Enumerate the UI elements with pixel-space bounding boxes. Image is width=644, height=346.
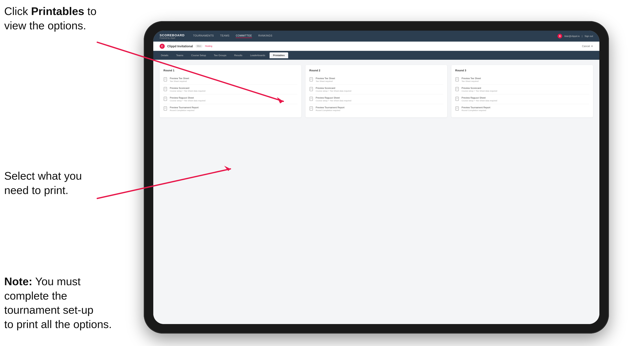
svg-rect-16 (164, 107, 167, 110)
round-2-report-text: Preview Tournament Report Round Completi… (316, 106, 344, 111)
svg-rect-48 (456, 107, 458, 110)
annotation-middle: Select what youneed to print. (4, 169, 82, 197)
scorecard-icon-r2 (309, 87, 314, 92)
round-2-scorecard-text: Preview Scorecard Course setup + Tee She… (316, 87, 352, 92)
scorecard-icon (164, 87, 168, 92)
svg-rect-20 (310, 77, 313, 81)
nav-committee[interactable]: COMMITTEE (236, 34, 252, 38)
tab-bar: Details Teams Course Setup Tee Groups Re… (153, 51, 600, 60)
nav-links: TOURNAMENTS TEAMS COMMITTEE RANKINGS (193, 34, 549, 38)
tablet-device: SCOREBOARD Powered by clippd TOURNAMENTS… (144, 21, 609, 334)
scorecard-icon-r3 (455, 87, 460, 92)
report-icon (164, 106, 168, 111)
annotation-bottom: Note: You mustcomplete thetournament set… (4, 274, 112, 332)
tournament-badge: Men (195, 44, 202, 48)
round-1-tee-sheet[interactable]: Preview Tee Sheet Tee Sheet required (164, 75, 298, 85)
tournament-name: Clippd Invitational (167, 44, 193, 48)
rounds-grid: Round 1 Preview Tee Sheet Tee Sheet requ… (160, 65, 593, 117)
svg-rect-24 (310, 87, 313, 91)
round-3-title: Round 3 (455, 69, 589, 72)
round-2-raguzzi[interactable]: Preview Raguzzi Sheet Course setup + Tee… (309, 94, 443, 104)
svg-rect-12 (164, 97, 167, 101)
raguzzi-icon-r2 (309, 97, 314, 101)
nav-user-area: B blair@clippd.io | Sign out (558, 34, 593, 38)
note-bold: Note: (4, 275, 32, 288)
cancel-button[interactable]: Cancel ✕ (582, 45, 593, 48)
separator: | (582, 35, 582, 37)
annotation-top: Click Printables toview the options. (4, 4, 96, 33)
round-3-scorecard-text: Preview Scorecard Course setup + Tee She… (462, 87, 497, 92)
svg-rect-4 (164, 77, 167, 81)
tournament-header: C Clippd Invitational Men Hosting Cancel… (153, 42, 600, 51)
svg-rect-8 (164, 87, 167, 91)
round-1-raguzzi[interactable]: Preview Raguzzi Sheet Course setup + Tee… (164, 94, 298, 104)
round-2-column: Round 2 Preview Tee Sheet Tee Sheet requ… (306, 65, 447, 117)
scoreboard-logo: SCOREBOARD Powered by clippd (160, 33, 184, 39)
svg-rect-44 (456, 97, 458, 101)
round-2-title: Round 2 (309, 69, 443, 72)
nav-rankings[interactable]: RANKINGS (258, 34, 272, 38)
round-3-tee-sheet-text: Preview Tee Sheet Tee Sheet required (462, 77, 481, 82)
nav-teams[interactable]: TEAMS (220, 34, 230, 38)
clippd-logo: C (160, 44, 165, 49)
tee-sheet-icon-r2 (309, 77, 314, 82)
tablet-screen: SCOREBOARD Powered by clippd TOURNAMENTS… (153, 31, 600, 324)
svg-rect-28 (310, 97, 313, 101)
logo-subtitle: Powered by clippd (160, 37, 184, 39)
svg-rect-32 (310, 107, 313, 110)
round-3-raguzzi[interactable]: Preview Raguzzi Sheet Course setup + Tee… (455, 94, 589, 104)
round-2-scorecard[interactable]: Preview Scorecard Course setup + Tee She… (309, 85, 443, 94)
round-2-raguzzi-text: Preview Raguzzi Sheet Course setup + Tee… (316, 96, 352, 102)
tab-printables[interactable]: Printables (270, 52, 288, 58)
round-2-tee-sheet-text: Preview Tee Sheet Tee Sheet required (316, 77, 335, 82)
user-avatar: B (558, 34, 562, 38)
round-3-column: Round 3 Preview Tee Sheet Tee Sheet requ… (452, 65, 593, 117)
cancel-x: ✕ (591, 45, 593, 48)
tee-sheet-icon-r3 (455, 77, 460, 82)
round-3-tournament-report[interactable]: Preview Tournament Report Round Completi… (455, 104, 589, 114)
round-1-title: Round 1 (164, 69, 298, 72)
content-area: Round 1 Preview Tee Sheet Tee Sheet requ… (153, 60, 600, 324)
top-navigation: SCOREBOARD Powered by clippd TOURNAMENTS… (153, 31, 600, 42)
raguzzi-icon-r3 (455, 97, 460, 101)
round-1-scorecard[interactable]: Preview Scorecard Course setup + Tee She… (164, 85, 298, 94)
round-1-tee-sheet-text: Preview Tee Sheet Tee Sheet required (170, 77, 189, 82)
round-1-tournament-report[interactable]: Preview Tournament Report Round Completi… (164, 104, 298, 114)
round-2-tee-sheet[interactable]: Preview Tee Sheet Tee Sheet required (309, 75, 443, 85)
printables-bold: Printables (31, 5, 84, 17)
user-email: blair@clippd.io (564, 35, 580, 37)
svg-rect-36 (456, 77, 458, 81)
tab-teams[interactable]: Teams (173, 52, 187, 58)
round-1-scorecard-text: Preview Scorecard Course setup + Tee She… (170, 87, 206, 92)
nav-tournaments[interactable]: TOURNAMENTS (193, 34, 214, 38)
round-3-raguzzi-text: Preview Raguzzi Sheet Course setup + Tee… (462, 96, 497, 102)
round-1-report-text: Preview Tournament Report Round Completi… (170, 106, 198, 111)
tab-leaderboards[interactable]: Leaderboards (247, 52, 268, 58)
round-3-tee-sheet[interactable]: Preview Tee Sheet Tee Sheet required (455, 75, 589, 85)
tab-tee-groups[interactable]: Tee Groups (210, 52, 230, 58)
tournament-title-area: C Clippd Invitational Men Hosting (160, 44, 212, 49)
report-icon-r2 (309, 106, 314, 111)
tab-results[interactable]: Results (231, 52, 246, 58)
svg-rect-40 (456, 87, 458, 91)
tab-course-setup[interactable]: Course Setup (188, 52, 209, 58)
hosting-badge: Hosting (205, 45, 212, 47)
tee-sheet-icon (164, 77, 168, 82)
round-3-scorecard[interactable]: Preview Scorecard Course setup + Tee She… (455, 85, 589, 94)
raguzzi-icon (164, 97, 168, 101)
report-icon-r3 (455, 106, 460, 111)
round-3-report-text: Preview Tournament Report Round Completi… (462, 106, 490, 111)
round-1-column: Round 1 Preview Tee Sheet Tee Sheet requ… (160, 65, 301, 117)
sign-out-link[interactable]: Sign out (584, 35, 593, 37)
round-1-raguzzi-text: Preview Raguzzi Sheet Course setup + Tee… (170, 96, 206, 102)
logo-title: SCOREBOARD (160, 33, 184, 37)
tab-details[interactable]: Details (158, 52, 172, 58)
round-2-tournament-report[interactable]: Preview Tournament Report Round Completi… (309, 104, 443, 114)
